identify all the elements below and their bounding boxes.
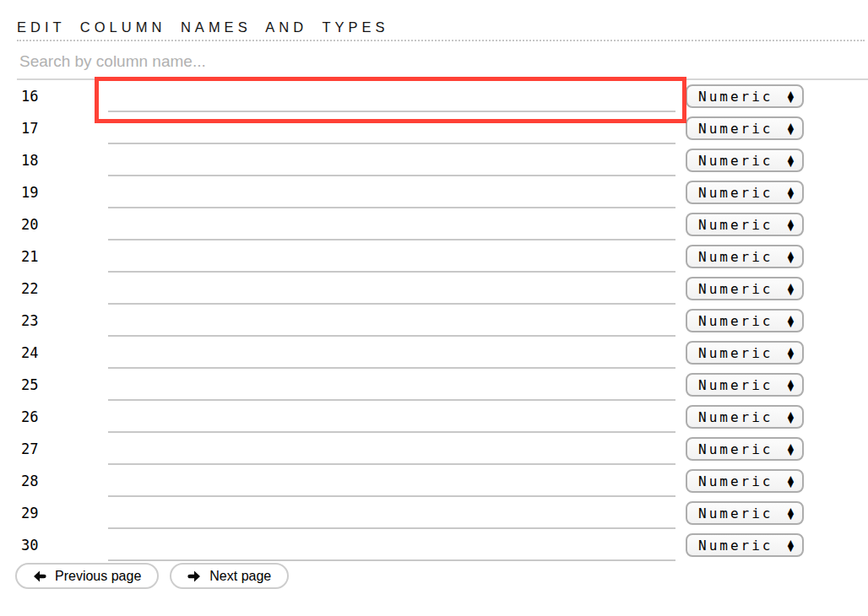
column-index-label: 26 <box>0 408 108 425</box>
column-row: 23 Numeric ▲ ▼ <box>0 305 868 337</box>
column-type-select[interactable]: Numeric ▲ ▼ <box>686 309 804 332</box>
column-name-input[interactable] <box>108 240 675 271</box>
updown-arrows-icon: ▲ ▼ <box>788 251 794 262</box>
right-arrow-icon <box>187 570 201 582</box>
column-name-input[interactable] <box>108 112 675 143</box>
column-type-value: Numeric <box>698 281 773 297</box>
updown-arrows-icon: ▲ ▼ <box>788 507 794 519</box>
column-type-value: Numeric <box>698 538 773 554</box>
updown-arrows-icon: ▲ ▼ <box>788 90 794 102</box>
column-row: 28 Numeric ▲ ▼ <box>0 465 868 497</box>
updown-arrows-icon: ▲ ▼ <box>788 154 794 166</box>
column-name-field-underline <box>108 112 675 144</box>
column-row: 17 Numeric ▲ ▼ <box>0 112 868 144</box>
updown-arrows-icon: ▲ ▼ <box>788 379 794 391</box>
column-index-label: 29 <box>0 505 108 521</box>
arrow-down-glyph: ▼ <box>788 257 794 262</box>
arrow-down-glyph: ▼ <box>788 353 794 359</box>
arrow-down-glyph: ▼ <box>788 417 794 423</box>
column-type-value: Numeric <box>698 377 773 393</box>
column-name-field-underline <box>108 529 675 561</box>
column-name-input[interactable] <box>108 144 675 175</box>
column-index-label: 18 <box>0 152 108 169</box>
column-name-input[interactable] <box>108 529 675 559</box>
previous-page-label: Previous page <box>55 569 141 584</box>
column-name-field-underline <box>108 240 675 273</box>
column-name-input[interactable] <box>108 80 675 111</box>
column-row: 19 Numeric ▲ ▼ <box>0 176 868 208</box>
column-name-input[interactable] <box>108 176 675 207</box>
column-type-select[interactable]: Numeric ▲ ▼ <box>686 501 804 525</box>
column-name-field-underline <box>108 273 675 305</box>
column-type-select[interactable]: Numeric ▲ ▼ <box>686 469 804 493</box>
arrow-down-glyph: ▼ <box>788 321 794 327</box>
column-type-select[interactable]: Numeric ▲ ▼ <box>686 373 804 397</box>
column-name-field-underline <box>108 465 675 497</box>
column-type-select[interactable]: Numeric ▲ ▼ <box>686 341 804 365</box>
column-name-field-underline <box>108 144 675 176</box>
pagination: Previous page Next page <box>15 563 868 589</box>
column-name-input[interactable] <box>108 337 675 367</box>
updown-arrows-icon: ▲ ▼ <box>788 122 794 134</box>
previous-page-button[interactable]: Previous page <box>15 563 159 589</box>
column-row: 25 Numeric ▲ ▼ <box>0 369 868 401</box>
column-name-input[interactable] <box>108 433 675 463</box>
column-type-select[interactable]: Numeric ▲ ▼ <box>686 84 804 108</box>
column-type-value: Numeric <box>698 441 773 457</box>
arrow-down-glyph: ▼ <box>788 160 794 166</box>
column-name-field-underline <box>108 497 675 529</box>
next-page-button[interactable]: Next page <box>170 563 289 589</box>
column-name-field-underline <box>108 208 675 240</box>
updown-arrows-icon: ▲ ▼ <box>788 219 794 230</box>
column-row: 16 Numeric ▲ ▼ <box>0 80 868 112</box>
column-name-input[interactable] <box>108 465 675 495</box>
column-row: 27 Numeric ▲ ▼ <box>0 433 868 465</box>
column-type-select[interactable]: Numeric ▲ ▼ <box>686 245 804 268</box>
column-name-input[interactable] <box>108 401 675 431</box>
arrow-down-glyph: ▼ <box>788 128 794 134</box>
column-name-input[interactable] <box>108 208 675 239</box>
column-name-input[interactable] <box>108 273 675 303</box>
column-index-label: 21 <box>0 248 108 265</box>
column-type-value: Numeric <box>698 345 773 361</box>
arrow-down-glyph: ▼ <box>788 449 794 455</box>
column-index-label: 28 <box>0 473 108 489</box>
updown-arrows-icon: ▲ ▼ <box>788 539 794 551</box>
updown-arrows-icon: ▲ ▼ <box>788 186 794 198</box>
edit-columns-panel: EDIT COLUMN NAMES AND TYPES 16 Numeric ▲… <box>0 0 868 616</box>
column-name-input[interactable] <box>108 305 675 335</box>
column-type-select[interactable]: Numeric ▲ ▼ <box>686 405 804 429</box>
column-row: 20 Numeric ▲ ▼ <box>0 208 868 240</box>
updown-arrows-icon: ▲ ▼ <box>788 411 794 423</box>
column-type-select[interactable]: Numeric ▲ ▼ <box>686 149 804 172</box>
arrow-down-glyph: ▼ <box>788 192 794 198</box>
column-row: 26 Numeric ▲ ▼ <box>0 401 868 433</box>
column-type-select[interactable]: Numeric ▲ ▼ <box>686 213 804 236</box>
column-name-field-underline <box>108 305 675 337</box>
column-name-input[interactable] <box>108 369 675 399</box>
column-type-value: Numeric <box>698 185 773 201</box>
arrow-down-glyph: ▼ <box>788 545 794 551</box>
column-type-value: Numeric <box>698 249 773 265</box>
column-rows-list: 16 Numeric ▲ ▼ 17 Numeric ▲ ▼ 18 <box>0 80 868 561</box>
page-title: EDIT COLUMN NAMES AND TYPES <box>17 19 865 41</box>
column-row: 22 Numeric ▲ ▼ <box>0 273 868 305</box>
arrow-down-glyph: ▼ <box>788 513 794 519</box>
column-row: 29 Numeric ▲ ▼ <box>0 497 868 529</box>
column-name-field-underline <box>108 401 675 433</box>
updown-arrows-icon: ▲ ▼ <box>788 475 794 487</box>
column-type-select[interactable]: Numeric ▲ ▼ <box>686 181 804 204</box>
column-type-select[interactable]: Numeric ▲ ▼ <box>686 437 804 461</box>
column-index-label: 27 <box>0 440 108 457</box>
column-type-value: Numeric <box>698 217 773 233</box>
updown-arrows-icon: ▲ ▼ <box>788 347 794 359</box>
column-index-label: 24 <box>0 344 108 361</box>
column-type-select[interactable]: Numeric ▲ ▼ <box>686 277 804 300</box>
column-type-select[interactable]: Numeric ▲ ▼ <box>686 533 804 557</box>
column-name-input[interactable] <box>108 497 675 527</box>
column-row: 21 Numeric ▲ ▼ <box>0 240 868 273</box>
column-type-select[interactable]: Numeric ▲ ▼ <box>686 116 804 140</box>
search-input[interactable] <box>17 41 868 80</box>
column-name-field-underline <box>108 337 675 369</box>
column-type-value: Numeric <box>698 121 773 137</box>
